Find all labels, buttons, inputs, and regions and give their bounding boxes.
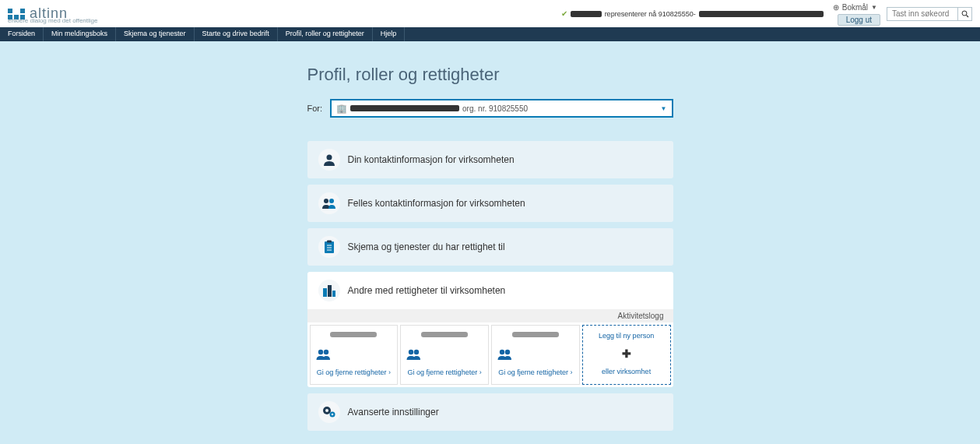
- actor-select[interactable]: 🏢 org. nr. 910825550: [330, 99, 673, 118]
- panel-kontaktinfo-title: Din kontaktinformasjon for virksomheten: [348, 154, 515, 165]
- person-icon: [318, 149, 340, 171]
- org-icon: [318, 280, 340, 301]
- svg-rect-10: [323, 288, 327, 297]
- people-icon: [406, 348, 483, 361]
- orgnr: org. nr. 910825550: [462, 104, 528, 113]
- chevron-down-icon: ▼: [871, 4, 877, 11]
- add-person-card[interactable]: Legg til ny person ✚ eller virksomhet: [582, 325, 671, 385]
- redacted-name: [421, 332, 468, 337]
- search-icon: [961, 10, 969, 18]
- svg-point-13: [318, 350, 322, 354]
- rights-card-1[interactable]: Gi og fjerne rettigheter ›: [310, 325, 399, 385]
- gears-icon: [318, 401, 340, 423]
- panel-kontaktinfo[interactable]: Din kontaktinformasjon for virksomheten: [307, 141, 673, 178]
- panel-andre: Andre med rettigheter til virksomheten A…: [307, 272, 673, 387]
- svg-point-0: [962, 11, 967, 16]
- plus-icon: ✚: [588, 347, 666, 360]
- top-header: altinn enklere dialog med det offentlige…: [0, 0, 980, 27]
- building-icon: 🏢: [336, 104, 347, 114]
- svg-point-22: [331, 413, 333, 415]
- svg-rect-11: [328, 285, 332, 297]
- logout-button[interactable]: Logg ut: [838, 14, 880, 26]
- main-nav: Forsiden Min meldingsboks Skjema og tjen…: [0, 27, 980, 41]
- add-bot-text: eller virksomhet: [588, 368, 666, 375]
- nav-meldingsboks[interactable]: Min meldingsboks: [44, 27, 116, 41]
- panel-skjema[interactable]: Skjema og tjenester du har rettighet til: [307, 228, 673, 266]
- represents-text: representerer nå 910825550-: [605, 10, 696, 18]
- logo-subtitle: enklere dialog med det offentlige: [8, 17, 98, 24]
- rights-card-3[interactable]: Gi og fjerne rettigheter ›: [491, 325, 580, 385]
- svg-point-20: [325, 409, 328, 412]
- nav-hjelp[interactable]: Hjelp: [373, 27, 406, 41]
- people-icon: [318, 192, 340, 214]
- svg-line-1: [966, 15, 968, 17]
- globe-icon: ⊕: [833, 3, 839, 12]
- add-top-text: Legg til ny person: [588, 332, 666, 340]
- language-label: Bokmål: [842, 3, 868, 12]
- svg-rect-12: [332, 291, 335, 297]
- svg-point-14: [323, 350, 328, 354]
- nav-forsiden[interactable]: Forsiden: [0, 27, 44, 41]
- svg-point-18: [505, 350, 510, 354]
- user-check-icon: ✔: [561, 9, 567, 18]
- card-action-3: Gi og fjerne rettigheter ›: [497, 368, 574, 378]
- panel-andre-title: Andre med rettigheter til virksomheten: [348, 285, 506, 296]
- search-box: [887, 7, 972, 21]
- card-action-2: Gi og fjerne rettigheter ›: [406, 368, 483, 378]
- svg-point-17: [500, 350, 504, 354]
- people-icon: [497, 348, 574, 361]
- redacted-name: [512, 332, 559, 337]
- people-icon: [315, 348, 393, 361]
- language-select[interactable]: ⊕ Bokmål ▼: [830, 2, 880, 12]
- svg-point-3: [324, 199, 328, 203]
- rights-card-2[interactable]: Gi og fjerne rettigheter ›: [400, 325, 489, 385]
- nav-starte[interactable]: Starte og drive bedrift: [195, 27, 278, 41]
- panel-avanserte[interactable]: Avanserte innstillinger: [307, 393, 673, 431]
- card-action-1: Gi og fjerne rettigheter ›: [315, 368, 393, 378]
- panel-felles-title: Felles kontaktinformasjon for virksomhet…: [348, 198, 525, 209]
- svg-point-2: [326, 155, 332, 160]
- nav-profil[interactable]: Profil, roller og rettigheter: [278, 27, 373, 41]
- search-input[interactable]: [887, 9, 957, 19]
- clipboard-icon: [318, 236, 340, 258]
- search-button[interactable]: [957, 8, 971, 20]
- redacted-name: [330, 332, 377, 337]
- svg-point-16: [414, 350, 419, 354]
- aktivitetslogg-link[interactable]: Aktivitetslogg: [307, 309, 673, 322]
- user-representing: ✔ representerer nå 910825550-: [561, 9, 824, 18]
- svg-rect-6: [327, 241, 332, 243]
- panel-felles[interactable]: Felles kontaktinformasjon for virksomhet…: [307, 185, 673, 222]
- svg-point-4: [329, 199, 334, 203]
- panel-avanserte-title: Avanserte innstillinger: [348, 407, 439, 418]
- panel-skjema-title: Skjema og tjenester du har rettighet til: [348, 241, 505, 252]
- for-label: For:: [307, 104, 323, 113]
- svg-point-15: [409, 350, 413, 354]
- nav-skjema[interactable]: Skjema og tjenester: [116, 27, 195, 41]
- panel-andre-header[interactable]: Andre med rettigheter til virksomheten: [307, 272, 673, 309]
- page-title: Profil, roller og rettigheter: [307, 65, 673, 85]
